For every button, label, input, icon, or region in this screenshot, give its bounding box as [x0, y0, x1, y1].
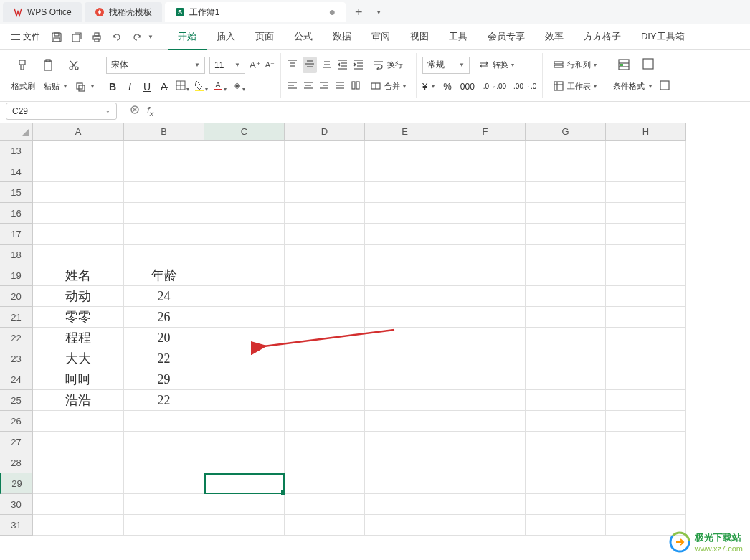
cell-E13[interactable] [365, 141, 445, 161]
number-format-select[interactable]: 常规 ▼ [422, 57, 470, 74]
row-header-15[interactable]: 15 [0, 182, 33, 203]
cell-B26[interactable] [124, 411, 204, 432]
cell-A16[interactable] [33, 203, 124, 224]
cell-D20[interactable] [285, 286, 365, 307]
tab-add-button[interactable]: + [348, 2, 369, 22]
row-header-23[interactable]: 23 [0, 348, 33, 369]
convert-button[interactable]: 转换 ▾ [474, 57, 518, 73]
cell-H20[interactable] [606, 286, 686, 307]
menu-tab-11[interactable]: DIY工具箱 [631, 24, 695, 50]
wrap-text-button[interactable]: 换行 [369, 57, 407, 73]
cell-C20[interactable] [204, 286, 285, 307]
justify-button[interactable] [334, 80, 346, 93]
export-button[interactable] [67, 28, 86, 47]
cell-D23[interactable] [285, 348, 365, 369]
increase-indent-button[interactable] [353, 58, 364, 72]
cell-E23[interactable] [365, 348, 445, 369]
font-name-select[interactable]: 宋体 ▼ [106, 57, 205, 74]
cell-H26[interactable] [606, 411, 686, 432]
cell-E28[interactable] [365, 452, 445, 473]
cell-A13[interactable] [33, 141, 124, 161]
cell-E17[interactable] [365, 224, 445, 245]
cell-A30[interactable] [33, 494, 124, 515]
cell-A22[interactable]: 程程 [33, 328, 124, 348]
cell-F21[interactable] [445, 307, 526, 328]
menu-tab-2[interactable]: 页面 [245, 24, 284, 50]
row-header-17[interactable]: 17 [0, 224, 33, 245]
menu-tab-6[interactable]: 视图 [400, 24, 439, 50]
cell-H13[interactable] [606, 141, 686, 161]
worksheet-button[interactable]: 工作表 ▾ [549, 79, 601, 95]
col-header-B[interactable]: B [124, 123, 204, 141]
cell-C17[interactable] [204, 224, 285, 245]
cell-G26[interactable] [526, 411, 606, 432]
cell-E22[interactable] [365, 328, 445, 348]
cell-G15[interactable] [526, 182, 606, 203]
cell-H22[interactable] [606, 328, 686, 348]
menu-tab-9[interactable]: 效率 [535, 24, 574, 50]
cell-A31[interactable] [33, 515, 124, 536]
cell-H24[interactable] [606, 369, 686, 390]
cell-H28[interactable] [606, 452, 686, 473]
align-middle-button[interactable] [303, 57, 317, 73]
col-header-D[interactable]: D [285, 123, 365, 141]
cell-A19[interactable]: 姓名 [33, 265, 124, 286]
row-header-14[interactable]: 14 [0, 161, 33, 182]
strikethrough-button[interactable]: A̶ [158, 81, 171, 92]
col-header-E[interactable]: E [365, 123, 445, 141]
cell-F30[interactable] [445, 494, 526, 515]
save-button[interactable] [47, 28, 66, 47]
cell-D22[interactable] [285, 328, 365, 348]
menu-tab-0[interactable]: 开始 [168, 24, 207, 50]
cell-F14[interactable] [445, 161, 526, 182]
cancel-formula-button[interactable] [130, 105, 140, 117]
cell-A23[interactable]: 大大 [33, 348, 124, 369]
cell-G13[interactable] [526, 141, 606, 161]
cell-F26[interactable] [445, 411, 526, 432]
cell-E30[interactable] [365, 494, 445, 515]
cell-E31[interactable] [365, 515, 445, 536]
row-header-21[interactable]: 21 [0, 307, 33, 328]
cell-H17[interactable] [606, 224, 686, 245]
cell-E20[interactable] [365, 286, 445, 307]
cell-A25[interactable]: 浩浩 [33, 390, 124, 411]
cell-D13[interactable] [285, 141, 365, 161]
row-header-19[interactable]: 19 [0, 265, 33, 286]
align-bottom-button[interactable] [321, 58, 333, 72]
decrease-font-button[interactable]: A⁻ [265, 60, 275, 70]
cond-format-button[interactable] [613, 57, 635, 74]
cell-A21[interactable]: 零零 [33, 307, 124, 328]
cell-B15[interactable] [124, 182, 204, 203]
increase-font-button[interactable]: A⁺ [250, 60, 261, 70]
bold-button[interactable]: B [106, 81, 119, 92]
cell-F31[interactable] [445, 515, 526, 536]
cell-D14[interactable] [285, 161, 365, 182]
cell-G23[interactable] [526, 348, 606, 369]
menu-tab-7[interactable]: 工具 [439, 24, 478, 50]
cell-F24[interactable] [445, 369, 526, 390]
cell-C30[interactable] [204, 494, 285, 515]
cell-B21[interactable]: 26 [124, 307, 204, 328]
cell-B17[interactable] [124, 224, 204, 245]
tab-workbook[interactable]: S 工作簿1 ● [165, 2, 346, 22]
cell-E15[interactable] [365, 182, 445, 203]
cell-A27[interactable] [33, 432, 124, 452]
cell-B30[interactable] [124, 494, 204, 515]
border-button[interactable]: ▾ [175, 80, 189, 93]
cell-A26[interactable] [33, 411, 124, 432]
font-size-select[interactable]: 11 ▼ [209, 57, 245, 74]
cell-G29[interactable] [526, 473, 606, 494]
align-right-button[interactable] [318, 80, 330, 93]
row-header-20[interactable]: 20 [0, 286, 33, 307]
row-header-26[interactable]: 26 [0, 411, 33, 432]
cell-D18[interactable] [285, 245, 365, 265]
paste-button[interactable] [37, 57, 59, 73]
cell-D28[interactable] [285, 452, 365, 473]
cell-D27[interactable] [285, 432, 365, 452]
cell-H18[interactable] [606, 245, 686, 265]
row-header-31[interactable]: 31 [0, 515, 33, 536]
cell-E27[interactable] [365, 432, 445, 452]
cell-C15[interactable] [204, 182, 285, 203]
format-brush-button[interactable] [11, 57, 33, 73]
cell-C27[interactable] [204, 432, 285, 452]
